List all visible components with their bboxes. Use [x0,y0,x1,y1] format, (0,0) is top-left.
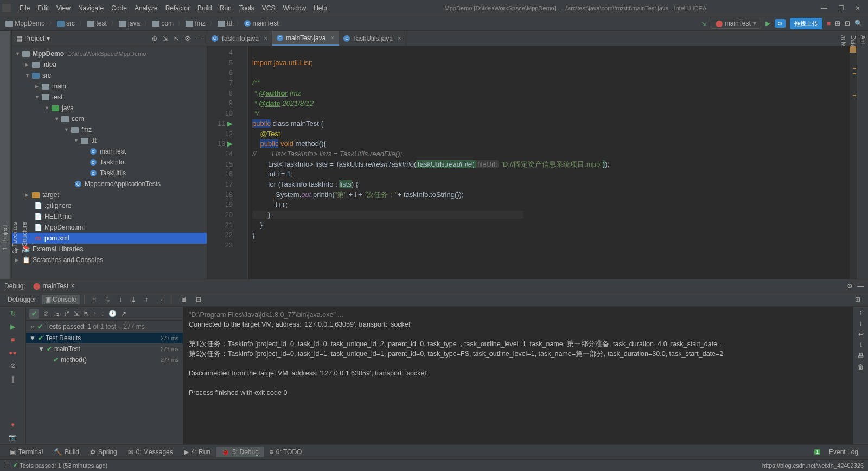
stop-button[interactable]: ■ [827,20,831,27]
menu-view[interactable]: View [53,2,74,14]
evaluate-icon[interactable]: 🖩 [177,295,190,304]
debug-tool-tab[interactable]: 🐞 5: Debug [216,447,264,457]
layout-icon[interactable]: ⊞ [835,20,840,27]
settings-gear-icon[interactable]: ⚙ [184,35,190,42]
tree-com[interactable]: ▼com [12,113,207,124]
test-class[interactable]: ▼✔mainTest277 ms [26,343,183,354]
crumb-ttt[interactable]: ttt [218,20,232,27]
tree-help[interactable]: 📄HELP.md [12,211,207,222]
tree-idea[interactable]: ▶.idea [12,59,207,70]
print-icon[interactable]: 🖶 [858,352,864,360]
tree-ttt[interactable]: ▼ttt [12,135,207,146]
menu-navigate[interactable]: Navigate [75,2,107,14]
tab-taskutils[interactable]: CTaskUtils.java× [339,31,406,46]
expand-icon[interactable]: ⇲ [163,35,168,42]
history-icon[interactable]: 🕐 [108,310,117,317]
menu-window[interactable]: Window [279,2,309,14]
tree-apptests[interactable]: CMppdemoApplicationTests [12,179,207,189]
tree-scratches[interactable]: ▶📋Scratches and Consoles [12,254,207,265]
step-in-icon[interactable]: ↓ [116,295,125,304]
tree-java[interactable]: ▼java [12,103,207,113]
clear-icon[interactable]: 🗑 [858,363,864,371]
stop-icon[interactable]: ■ [8,335,18,345]
close-icon[interactable]: × [398,35,401,42]
run-tab[interactable]: ▶ 4: Run [178,447,216,457]
crumb-src[interactable]: src [57,20,75,27]
prev-icon[interactable]: ↑ [93,310,97,317]
tab-taskinfo[interactable]: CTaskInfo.java× [207,31,272,46]
rerun-icon[interactable]: ↻ [8,309,18,319]
minimize-button[interactable]: — [821,4,827,12]
next-icon[interactable]: ↓ [101,310,104,317]
sort-az-icon[interactable]: ↓ᴬ [63,310,69,317]
menu-vcs[interactable]: VCS [259,2,279,14]
crumb-file[interactable]: C mainTest [244,20,278,27]
menu-edit[interactable]: Edit [34,2,52,14]
tree-gitignore[interactable]: 📄.gitignore [12,200,207,211]
close-button[interactable]: ✕ [855,4,860,12]
locate-icon[interactable]: ⊕ [152,35,157,42]
crumb-test[interactable]: test [87,20,107,27]
down-arrow-icon[interactable]: ↓ [859,320,863,327]
run-to-cursor-icon[interactable]: →| [154,295,168,304]
event-log-tab[interactable]: Event Log [824,447,864,457]
hide-panel-icon[interactable]: — [196,35,202,42]
layout-icon[interactable]: ⊞ [852,295,864,304]
menu-help[interactable]: Help [310,2,330,14]
tree-fmz[interactable]: ▼fmz [12,124,207,135]
tree-pom[interactable]: mpom.xml [12,233,207,244]
menu-tools[interactable]: Tools [236,2,258,14]
menu-code[interactable]: Code [108,2,130,14]
tree-taskinfo[interactable]: CTaskInfo [12,157,207,168]
tree-iml[interactable]: 📄MppDemo.iml [12,222,207,233]
crumb-com[interactable]: com [152,20,174,27]
step-out-icon[interactable]: ↑ [142,295,151,304]
settings-icon[interactable]: ⊡ [845,20,850,27]
tree-external[interactable]: ▶📚External Libraries [12,244,207,254]
sort-icon[interactable]: ↓₂ [53,310,59,317]
soft-wrap-icon[interactable]: ↩ [858,330,864,338]
show-passed-icon[interactable]: ✔ [29,309,39,319]
menu-file[interactable]: File [16,2,33,14]
scroll-end-icon[interactable]: ⤓ [858,341,864,349]
upload-button[interactable]: 拖拽上传 [790,18,822,29]
view-bp-icon[interactable]: ●● [8,348,18,358]
menu-refactor[interactable]: Refactor [162,2,193,14]
show-ignored-icon[interactable]: ⊘ [43,310,49,317]
step-into-icon[interactable]: ↴ [101,295,113,304]
cloud-icon[interactable]: ∞ [775,19,786,28]
step-over-icon[interactable]: ≡ [89,295,99,304]
spring-tab[interactable]: ✿ Spring [85,447,123,457]
build-tab[interactable]: 🔨 Build [48,447,85,457]
crumb-fmz[interactable]: fmz [186,20,206,27]
force-step-icon[interactable]: ⤓ [127,295,139,304]
debug-settings-icon[interactable]: ⚙ [847,282,853,290]
crumb-project[interactable]: MppDemo [5,20,45,27]
menu-run[interactable]: Run [216,2,235,14]
maximize-button[interactable]: ☐ [838,4,844,12]
resume-icon[interactable]: ▶ [8,322,18,332]
up-arrow-icon[interactable]: ↑ [859,309,863,316]
tree-target[interactable]: ▶target [12,189,207,200]
menu-analyze[interactable]: Analyze [131,2,161,14]
console-output[interactable]: "D:\Program Files\Java\jdk1.8.0_77\bin\j… [183,307,853,444]
test-root[interactable]: ▼✔Test Results277 ms [26,333,183,343]
test-method[interactable]: ✔method()277 ms [26,354,183,365]
run-button[interactable]: ▶ [765,20,770,27]
tree-taskutils[interactable]: CTaskUtils [12,168,207,179]
crumb-java[interactable]: java [119,20,140,27]
terminal-tab[interactable]: ▣ Terminal [4,447,48,457]
close-icon[interactable]: × [330,34,334,42]
expand-all-icon[interactable]: ⇲ [74,310,79,317]
tree-maintest[interactable]: CmainTest [12,146,207,157]
mute-bp-icon[interactable]: ⊘ [8,361,18,371]
debugger-tab[interactable]: Debugger [4,295,40,304]
tab-maintest[interactable]: CmainTest.java× [272,31,339,46]
pin-icon[interactable]: ● [8,419,18,429]
camera-icon[interactable]: 📷 [8,432,18,442]
tree-test[interactable]: ▼test [12,92,207,103]
tree-main[interactable]: ▶main [12,81,207,92]
tree-root[interactable]: ▼MppDemoD:\ideaWorkSpace\MppDemo [12,48,207,59]
messages-tab[interactable]: ✉ 0: Messages [123,447,178,457]
export-icon[interactable]: ↗ [121,310,126,317]
